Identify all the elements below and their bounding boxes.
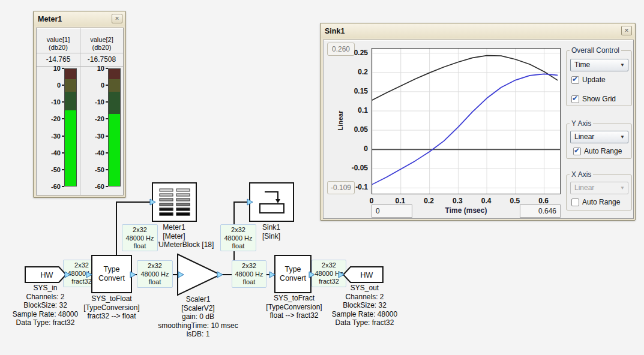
vu-icon-bar (159, 194, 173, 197)
label-line: float --> fract32 (252, 311, 336, 320)
scope-plot[interactable] (372, 48, 561, 194)
x-min-field[interactable]: 0 (372, 204, 412, 218)
label-line: Type (92, 265, 131, 274)
meter-scale: 100-10-20-30-40-50-60 (37, 67, 80, 194)
block-sys-in[interactable] (25, 267, 66, 282)
label-line: Scaler1 (135, 295, 261, 304)
y-tick-label: 0.2 (324, 68, 368, 76)
vu-meter-icon (159, 189, 190, 216)
vu-icon-bar (159, 213, 173, 216)
meter1-close-icon[interactable] (112, 14, 122, 23)
label-line: Channels: 2 (324, 293, 405, 302)
port-arrow-icon (178, 272, 184, 278)
x-tick-label: 0.5 (503, 197, 527, 205)
vu-icon-bar (176, 213, 190, 216)
meter-scale: 100-10-20-30-40-50-60 (80, 67, 123, 194)
y-tick-label: -0.05 (324, 164, 368, 172)
vu-icon-column (176, 189, 190, 216)
block-meter[interactable] (152, 182, 197, 222)
wire-type-line: 2x32 (312, 261, 346, 270)
wire-type-line: 2x32 (137, 262, 172, 270)
overall-control-dropdown-value: Time (574, 61, 590, 69)
x-axis-dropdown: Linear ▼ (570, 182, 628, 194)
sink1-title: Sink1 (325, 27, 345, 35)
x-tick-label: 0.6 (532, 197, 556, 205)
x-axis-label: Time (msec) (414, 206, 519, 215)
meter-bar (64, 68, 77, 186)
meter-tick-label: -50 (37, 166, 61, 174)
label-line: gain: 0 dB (135, 312, 261, 321)
series-channel-2 (372, 74, 558, 184)
label-line: Data Type: fract32 (324, 318, 405, 327)
vu-icon-bar (176, 189, 190, 192)
type-convert-text: TypeConvert (275, 265, 310, 283)
vu-icon-bar (176, 198, 190, 201)
series-channel-1 (372, 56, 558, 100)
sink1-close-icon[interactable] (621, 26, 632, 35)
meter-tick-label: -60 (37, 182, 61, 191)
type-convert-out-label: SYS_toFract[TypeConversion]float --> fra… (252, 294, 336, 320)
wire-type-line: 48000 Hz (221, 234, 256, 243)
show-grid-checkbox-row[interactable]: Show Grid (571, 95, 616, 103)
vu-icon-bar (176, 208, 190, 211)
meter-channel-unit: (db20) (80, 44, 123, 52)
label-line: Convert (92, 274, 131, 283)
block-sys-out[interactable] (343, 267, 383, 282)
meter-tick-label: -10 (80, 98, 104, 106)
meter-channel-name: value[1] (37, 36, 80, 44)
x-axis-group-label: X Axis (570, 170, 593, 179)
y-auto-range-checkbox[interactable] (573, 148, 581, 155)
overall-control-dropdown[interactable]: Time ▼ (570, 59, 628, 71)
meter-tick-label: 10 (80, 64, 104, 73)
y-tick-label: -0.1 (324, 183, 368, 191)
y-axis-group-label: Y Axis (570, 119, 593, 128)
vu-icon-bar (159, 189, 173, 192)
x-auto-range-checkbox[interactable] (571, 198, 579, 206)
vu-icon-column (159, 189, 173, 216)
x-tick-label: 0 (360, 197, 384, 205)
meter-tick-label: 10 (37, 64, 61, 73)
y-axis-dropdown-value: Linear (574, 133, 594, 141)
sink1-window: Sink1 0.260 -0.109 Linear 0.250.20.150.1… (320, 23, 636, 221)
block-sink[interactable] (249, 182, 294, 222)
wire-type-line: 2x32 (122, 226, 157, 234)
port-arrow-icon (217, 272, 223, 278)
meter-tick-label: -40 (80, 149, 104, 157)
x-auto-range-checkbox-label: Auto Range (582, 198, 620, 206)
y-auto-range-checkbox-label: Auto Range (584, 147, 622, 155)
meter-bar-segment (109, 114, 120, 186)
meter-tick-label: 0 (80, 81, 104, 89)
y-auto-range-checkbox-row[interactable]: Auto Range (573, 147, 622, 155)
meter1-title: Meter1 (38, 15, 62, 23)
meter-tick-label: -30 (37, 132, 61, 140)
wire-type-line: 48000 Hz (312, 270, 346, 278)
meter-tick-label: -60 (80, 182, 104, 191)
x-max-field[interactable]: 0.646 (520, 204, 561, 218)
y-tick-label: 0.05 (324, 125, 368, 134)
x-auto-range-checkbox-row[interactable]: Auto Range (571, 198, 620, 206)
meter-tick-label: -20 (37, 115, 61, 123)
chevron-down-icon: ▼ (620, 131, 625, 143)
sink1-titlebar[interactable]: Sink1 (321, 24, 634, 38)
block-type-convert-out[interactable]: TypeConvert (274, 255, 311, 293)
meter1-window: Meter1 value[1](db20)-14.765100-10-20-30… (33, 11, 126, 198)
vu-icon-bar (176, 203, 190, 206)
block-scaler[interactable] (178, 254, 220, 295)
meter-tick-label: -30 (80, 132, 104, 140)
wire-type-line: float (122, 242, 157, 251)
block-type-convert-in[interactable]: TypeConvert (91, 255, 132, 293)
show-grid-checkbox[interactable] (571, 95, 579, 103)
meter-tick-label: -20 (80, 115, 104, 123)
meter-bar-segment (109, 79, 120, 92)
wire-type-line: 48000 Hz (122, 234, 157, 243)
y-tick-label: 0 (324, 145, 368, 153)
meter-bar-segment (65, 110, 76, 186)
update-checkbox[interactable] (571, 76, 579, 84)
update-checkbox-row[interactable]: Update (571, 76, 606, 84)
label-line: isDB: 1 (135, 330, 261, 339)
wire-type-line: float (232, 278, 266, 287)
wire-type-label: 2x3248000 Hzfloat (220, 224, 256, 251)
meter-tick-label: -40 (37, 149, 61, 157)
y-axis-dropdown[interactable]: Linear ▼ (570, 131, 628, 143)
show-grid-checkbox-label: Show Grid (582, 95, 616, 103)
